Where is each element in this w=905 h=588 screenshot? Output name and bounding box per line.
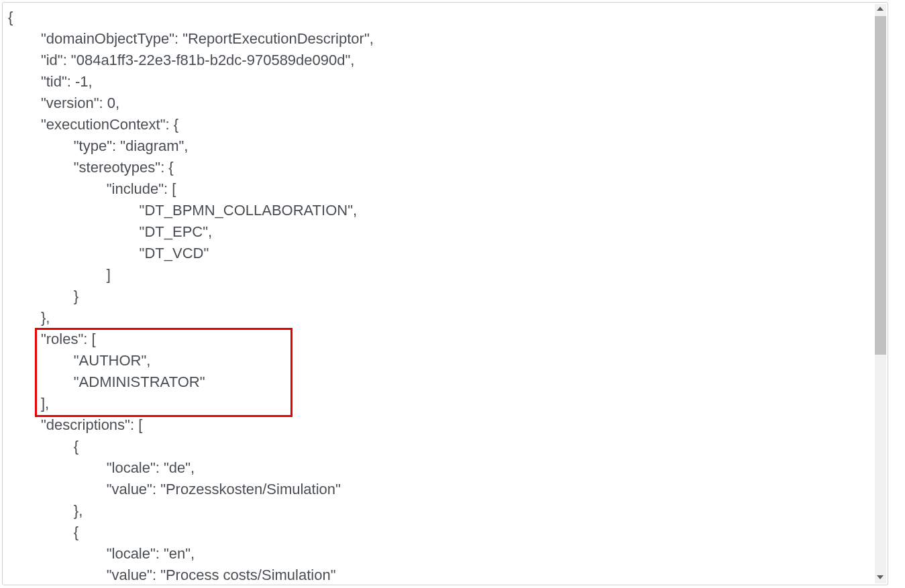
code-line: }, [8,309,50,326]
code-line: { [8,524,78,540]
code-line: "type": "diagram", [8,137,188,154]
code-line: "descriptions": [ [8,416,142,433]
scrollbar-thumb[interactable] [875,16,886,355]
code-line: } [8,288,78,304]
code-line: "stereotypes": { [8,159,174,176]
code-line: "version": 0, [8,95,119,111]
code-line: "DT_EPC", [8,223,212,240]
json-code-content[interactable]: { "domainObjectType": "ReportExecutionDe… [3,3,888,585]
code-line: "include": [ [8,180,176,197]
code-line: "DT_BPMN_COLLABORATION", [8,202,357,219]
scroll-down-icon[interactable] [877,575,884,579]
code-line: ] [8,266,111,283]
code-line: "AUTHOR", [8,352,150,369]
code-line: "roles": [ [8,331,96,347]
code-line: "locale": "de", [8,459,195,476]
code-line: "value": "Process costs/Simulation" [8,567,336,583]
code-line: "locale": "en", [8,545,195,562]
scroll-up-icon[interactable] [877,7,884,11]
code-line: { [8,9,13,25]
code-line: "executionContext": { [8,116,178,133]
code-line: { [8,438,78,455]
code-line: "DT_VCD" [8,245,209,261]
code-line: ], [8,395,49,412]
code-line: "value": "Prozesskosten/Simulation" [8,481,341,497]
code-viewer-container: { "domainObjectType": "ReportExecutionDe… [2,2,888,585]
code-line: "id": "084a1ff3-22e3-f81b-b2dc-970589de0… [8,52,354,68]
code-line: "ADMINISTRATOR" [8,373,205,390]
code-line: }, [8,502,83,519]
code-line: "tid": -1, [8,73,93,90]
code-line: "domainObjectType": "ReportExecutionDesc… [8,30,374,47]
